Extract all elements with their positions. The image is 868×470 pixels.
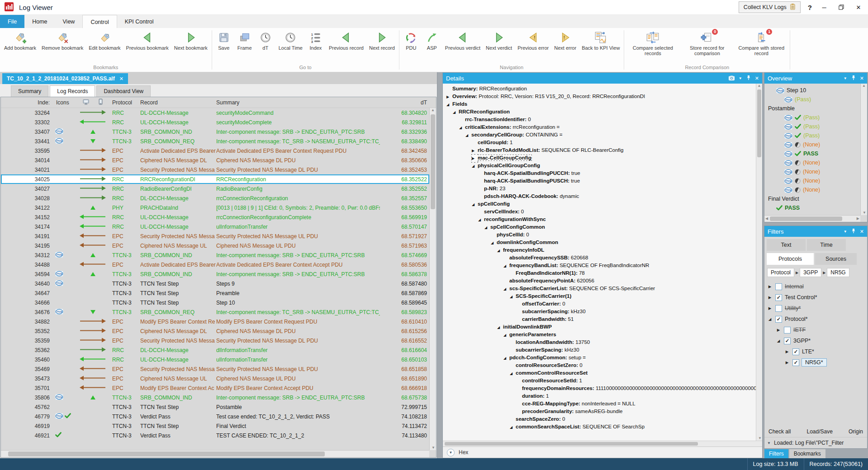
ribbon-button-local-time[interactable]: Local Time (276, 29, 305, 52)
details-field[interactable]: ◢spCellConfigCommon (443, 223, 762, 231)
ribbon-button-compare-with-stored-record[interactable]: 1Compare with stored record (734, 29, 788, 57)
table-row[interactable]: 33441TTCNTTCN-3SRB_COMMON_REQInter-compo… (1, 136, 429, 146)
table-row[interactable]: 34647TTCN-3TTCN Test StepPreamble68.5878… (1, 288, 429, 298)
details-field[interactable]: locationAndBandwidth: 13750 (443, 338, 762, 346)
expanded-icon[interactable]: ◢ (503, 331, 509, 339)
ribbon-button-next-bookmark[interactable]: Next bookmark (171, 29, 210, 52)
details-field[interactable]: ◢physicalCellGroupConfig (443, 162, 762, 169)
column-header-icons[interactable]: Icons (53, 99, 73, 106)
details-field[interactable]: absoluteFrequencyPointA: 620056 (443, 277, 762, 285)
view-tab-log-records[interactable]: Log Records (50, 85, 95, 97)
expanded-icon[interactable]: ◢ (491, 239, 497, 247)
details-field[interactable]: frequencyDomainResources: 11110000000000… (443, 385, 762, 392)
details-field[interactable]: ◢commonSearchSpaceList: SEQUENCE OF Sear… (443, 423, 762, 431)
overview-item[interactable]: TTCN(None) (767, 158, 860, 167)
close-icon[interactable]: ✕ (755, 75, 759, 81)
table-row[interactable]: 34882EPCModify EPS Bearer Context ReModi… (1, 317, 429, 326)
expanded-icon[interactable]: ◢ (478, 216, 484, 224)
expanded-icon[interactable]: ◢ (459, 124, 465, 132)
filter-tree-item-3gpp[interactable]: ◢✓3GPP* (765, 335, 866, 346)
table-row[interactable]: 46779TTCNTTCN-3Verdict PassTest case end… (1, 412, 429, 421)
ribbon-button-asp[interactable]: ASP (422, 29, 442, 52)
expanded-icon[interactable]: ◢ (510, 370, 516, 377)
column-header-protocol[interactable]: Protocol (112, 99, 140, 106)
table-row[interactable]: 35469EPCSecurity Protected NAS MessaSecu… (1, 364, 429, 374)
table-row[interactable]: 35352EPCCiphered NAS Message DLCiphered … (1, 326, 429, 336)
scroll-thumb[interactable] (431, 114, 435, 209)
table-row[interactable]: 45762TTCN-3TTCN Test StepPostamble72.999… (1, 402, 429, 412)
table-row[interactable]: 35359EPCSecurity Protected NAS MessaSecu… (1, 336, 429, 345)
details-field[interactable]: ◢frequencyBandList: SEQUENCE OF FreqBand… (443, 262, 762, 269)
filter-tree-item-test-control[interactable]: ▶✓Test Control* (765, 292, 866, 303)
column-header-index[interactable]: Inde: (1, 99, 53, 106)
details-field[interactable]: ◢frequencyInfoDL (443, 246, 762, 254)
details-field[interactable]: ▶mac-CellGroupConfig (443, 154, 762, 162)
details-field[interactable]: carrierBandwidth: 51 (443, 315, 762, 323)
load-save-button[interactable]: Load/Save (806, 428, 832, 435)
loaded-dropdown-icon[interactable]: ▼ (767, 441, 771, 445)
checkbox-unchecked[interactable] (775, 305, 782, 312)
hex-section-bar[interactable]: ▼ Hex (443, 446, 762, 458)
expanded-icon[interactable]: ◢ (510, 293, 516, 301)
table-row[interactable]: 34152RRCUL-DCCH-MessagerrcConnectionReco… (1, 212, 429, 222)
details-field[interactable]: ◢SCS-SpecificCarrier(1) (443, 292, 762, 300)
ribbon-button-save[interactable]: Save (213, 29, 234, 52)
overview-item[interactable]: TTCN(None) (767, 176, 860, 185)
ribbon-button-previous-error[interactable]: !Previous error (515, 29, 551, 52)
log-vertical-scrollbar[interactable]: ▲▼ (429, 108, 436, 450)
table-row[interactable]: 34488EPCActivate Dedicated EPS BearerAct… (1, 260, 429, 269)
table-row[interactable]: 34594TTCNTTCN-3SRB_COMMON_INDInter-compo… (1, 269, 429, 279)
details-field[interactable]: cce-REG-MappingType: nonInterleaved = NU… (443, 400, 762, 408)
collapsed-icon[interactable]: ▶ (446, 93, 452, 101)
table-row[interactable]: 35806TTCNTTCN-3SRB_COMMON_INDInter-compo… (1, 393, 429, 402)
ribbon-button-frame[interactable]: Frame (234, 29, 255, 52)
filter-tree-item-lte[interactable]: ▶✓LTE* (765, 346, 866, 357)
filter-tree-item-nr5g[interactable]: ▶✓NR5G* (765, 357, 866, 368)
expanded-icon[interactable]: ◢ (497, 324, 503, 331)
checkbox-checked[interactable]: ✓ (775, 294, 782, 301)
view-tab-dashboard-view[interactable]: Dashboard View (96, 85, 151, 97)
table-row[interactable]: 34676TTCNTTCN-3SRB_COMMON_REQInter-compo… (1, 307, 429, 317)
bottom-tab-bookmarks[interactable]: Bookmarks (789, 449, 825, 458)
table-row[interactable]: 34174RRCUL-DCCH-MessageulInformationTran… (1, 222, 429, 231)
expanded-icon[interactable]: ◢ (465, 132, 471, 139)
expanded-icon[interactable]: ◢ (446, 101, 452, 108)
expanded-icon[interactable]: ◢ (503, 285, 509, 293)
table-row[interactable]: 46919TTCN-3TTCN Test StepFinal Verdict74… (1, 421, 429, 431)
document-tab[interactable]: TC_10_2_1_2_20181024_023852_PASS.alf ✕ (2, 73, 128, 84)
details-field[interactable]: physCellId: 0 (443, 231, 762, 239)
breadcrumb-item-3gpp[interactable]: 3GPP (800, 268, 821, 277)
details-field[interactable]: Summary: RRCReconfiguration (443, 85, 762, 93)
bottom-tab-filters[interactable]: Filters (764, 449, 788, 458)
ribbon-button-previous-record[interactable]: Previous record (326, 29, 366, 52)
minimize-button[interactable]: ─ (819, 4, 829, 11)
table-row[interactable]: 33407TTCNTTCN-3SRB_COMMON_INDInter-compo… (1, 127, 429, 136)
checkbox-checked[interactable]: ✓ (784, 338, 791, 344)
scroll-thumb[interactable] (8, 451, 325, 456)
ribbon-button-previous-verdict[interactable]: Previous verdict (442, 29, 483, 52)
collapsed-icon[interactable]: ▶ (767, 284, 773, 289)
table-row[interactable]: 33302RRCUL-DCCH-MessagesecurityModeCompl… (1, 118, 429, 127)
collapsed-icon[interactable]: ▶ (767, 306, 773, 310)
collapsed-icon[interactable]: ▶ (472, 147, 478, 155)
details-field[interactable]: controlResourceSetZero: 0 (443, 362, 762, 369)
details-field[interactable]: ◢genericParameters (443, 331, 762, 338)
overview-item[interactable]: TTCN(Pass) (767, 131, 860, 140)
scroll-thumb[interactable] (445, 442, 698, 446)
details-field[interactable]: ◢pdcch-ConfigCommon: setup = (443, 354, 762, 362)
table-row[interactable]: 35362RRCDL-DCCH-MessagedlInformationTran… (1, 345, 429, 355)
filter-tree-item-utility[interactable]: ▶Utility* (765, 303, 866, 314)
scroll-thumb[interactable] (770, 216, 842, 221)
details-field[interactable]: controlResourceSetId: 1 (443, 377, 762, 385)
expanded-icon[interactable]: ◢ (510, 423, 516, 431)
expanded-icon[interactable]: ◢ (497, 247, 503, 254)
pin-icon[interactable] (851, 228, 856, 235)
table-row[interactable]: 33264RRCDL-DCCH-MessagesecurityModeComma… (1, 108, 429, 118)
ribbon-button-compare-selected-records[interactable]: Compare selected records (626, 29, 680, 57)
overview-item[interactable]: TTCN(Pass) (767, 122, 860, 131)
ribbon-button-store-record-for-comparison[interactable]: 0Store record for comparison (680, 29, 734, 57)
details-field[interactable]: pdsch-HARQ-ACK-Codebook: dynamic (443, 193, 762, 200)
view-tab-summary[interactable]: Summary (11, 85, 48, 97)
details-field[interactable]: ▶Overview: Protocol: RRC, Version: R15 V… (443, 93, 762, 100)
overview-item[interactable]: TTCNStep 10 (767, 86, 860, 95)
